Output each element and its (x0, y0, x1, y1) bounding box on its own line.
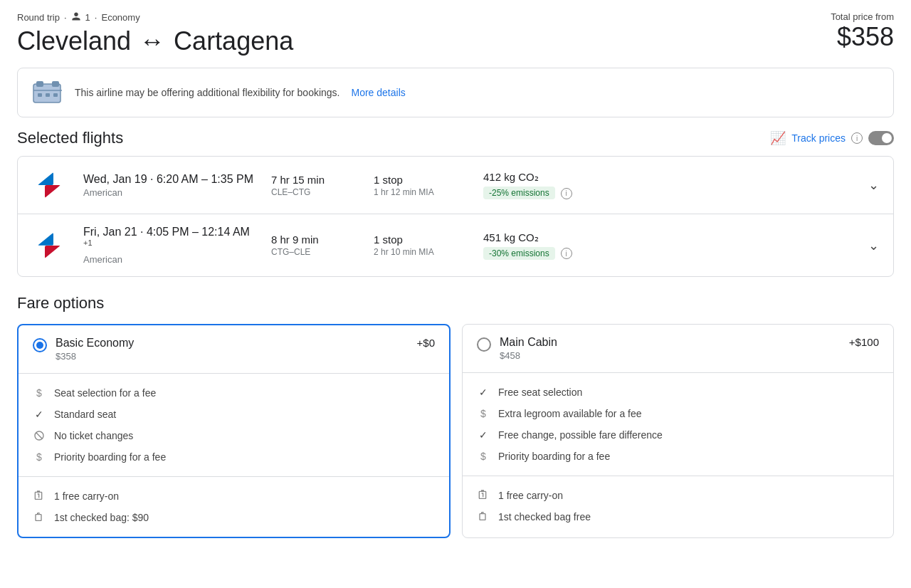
fare-addon: +$0 (417, 337, 435, 349)
flights-list: Wed, Jan 19 · 6:20 AM – 1:35 PM American… (17, 156, 894, 277)
dollar-icon: $ (33, 451, 46, 463)
dollar-icon: $ (33, 387, 46, 399)
track-prices-label[interactable]: Track prices (791, 132, 846, 144)
header-left: Round trip · 1 · Economy Cleveland ↔ Car… (17, 11, 293, 56)
fare-bags: 1 free carry-on 1st checked bag free (463, 476, 893, 536)
flight-row: Fri, Jan 21 · 4:05 PM – 12:14 AM +1 Amer… (18, 214, 893, 276)
duration-time: 8 hr 9 min (271, 233, 357, 246)
fare-feature: ✓ Standard seat (33, 404, 435, 425)
trend-icon: 📈 (770, 130, 786, 146)
bag-item: 1st checked bag: $90 (33, 507, 435, 528)
check-icon: ✓ (33, 408, 46, 421)
bag-text: 1 free carry-on (498, 490, 563, 501)
fare-card-header: Basic Economy $358 +$0 (19, 325, 449, 374)
stops-detail: 2 hr 10 min MIA (374, 247, 466, 257)
cabin-class: Economy (101, 12, 139, 23)
fare-name: Basic Economy (56, 337, 134, 350)
fare-addon: +$100 (849, 336, 879, 348)
track-prices-info-icon[interactable]: i (851, 132, 863, 144)
fare-feature: $ Priority boarding for a fee (33, 446, 435, 468)
emissions-label: 412 kg CO₂ (483, 171, 851, 184)
trip-type: Round trip (17, 12, 60, 23)
basic-economy-card[interactable]: Basic Economy $358 +$0 $ Seat selection … (17, 324, 451, 538)
flight-airline: American (83, 254, 254, 265)
trip-meta: Round trip · 1 · Economy (17, 11, 293, 23)
selected-flights-header: Selected flights 📈 Track prices i (17, 129, 894, 147)
airline-logo (32, 168, 66, 202)
bag-text: 1 free carry-on (54, 490, 119, 502)
fare-features: ✓ Free seat selection $ Extra legroom av… (463, 373, 893, 476)
flight-time: Fri, Jan 21 · 4:05 PM – 12:14 AM +1 (83, 226, 254, 253)
destination-city: Cartagena (174, 26, 293, 56)
fare-bags: 1 free carry-on 1st checked bag: $90 (19, 477, 449, 537)
check-icon: ✓ (477, 429, 490, 441)
emissions-badge: -30% emissions (483, 247, 555, 260)
fare-name: Main Cabin (500, 336, 557, 349)
flight-row: Wed, Jan 19 · 6:20 AM – 1:35 PM American… (18, 157, 893, 214)
main-cabin-card[interactable]: Main Cabin $458 +$100 ✓ Free seat select… (462, 324, 894, 538)
expand-flight-1-button[interactable]: ⌄ (868, 177, 879, 193)
fare-feature: No ticket changes (33, 425, 435, 446)
fare-feature: $ Seat selection for a fee (33, 382, 435, 404)
flexibility-link[interactable]: More details (352, 87, 406, 98)
trip-title: Cleveland ↔ Cartagena (17, 26, 293, 56)
person-icon (71, 11, 81, 23)
passenger-count: 1 (85, 12, 90, 23)
fare-price: $358 (56, 351, 134, 362)
header-right: Total price from $358 (831, 11, 894, 52)
svg-rect-5 (46, 93, 50, 97)
track-prices-group: 📈 Track prices i (770, 130, 894, 146)
time-suffix: +1 (83, 238, 93, 247)
feature-text: Seat selection for a fee (54, 387, 156, 399)
dollar-icon: $ (477, 407, 490, 420)
flexibility-icon (32, 80, 63, 105)
emissions-badge: -25% emissions (483, 187, 555, 199)
flight-info: Wed, Jan 19 · 6:20 AM – 1:35 PM American (83, 173, 254, 198)
flexibility-banner: This airline may be offering additional … (17, 68, 894, 117)
selected-flights-title: Selected flights (17, 129, 123, 147)
fare-features: $ Seat selection for a fee ✓ Standard se… (19, 374, 449, 477)
dollar-icon: $ (477, 450, 490, 463)
track-prices-toggle[interactable] (868, 131, 894, 145)
feature-text: Priority boarding for a fee (498, 451, 610, 462)
stops-label: 1 stop (374, 233, 466, 246)
feature-text: Free seat selection (498, 387, 582, 398)
feature-text: No ticket changes (54, 430, 133, 441)
main-cabin-radio[interactable] (477, 337, 491, 352)
fare-name-block: Basic Economy $358 (56, 337, 134, 362)
basic-economy-radio[interactable] (33, 338, 47, 352)
stops-label: 1 stop (374, 174, 466, 186)
airline-logo (32, 229, 66, 263)
carryon-icon (477, 489, 490, 502)
fare-feature: ✓ Free seat selection (477, 382, 879, 403)
flight-duration: 8 hr 9 min CTG–CLE (271, 233, 357, 257)
svg-rect-4 (38, 93, 42, 97)
total-price-value: $358 (831, 22, 894, 52)
origin-city: Cleveland (17, 26, 131, 56)
feature-text: Free change, possible fare difference (498, 429, 663, 441)
fare-feature: $ Priority boarding for a fee (477, 446, 879, 467)
total-price-label: Total price from (831, 11, 894, 22)
flight-duration: 7 hr 15 min CLE–CTG (271, 174, 357, 197)
fare-feature: ✓ Free change, possible fare difference (477, 424, 879, 446)
fare-options-title: Fare options (17, 294, 894, 313)
svg-rect-2 (52, 81, 59, 87)
bag-text: 1st checked bag: $90 (54, 512, 149, 523)
no-icon (33, 429, 46, 442)
expand-flight-2-button[interactable]: ⌄ (868, 238, 879, 253)
check-icon: ✓ (477, 386, 490, 399)
svg-rect-6 (53, 93, 58, 97)
bag-item: 1st checked bag free (477, 506, 879, 527)
fare-price: $458 (500, 350, 557, 361)
emissions-info-icon[interactable]: i (561, 188, 572, 199)
checked-bag-icon (33, 511, 46, 524)
bag-item: 1 free carry-on (33, 485, 435, 507)
flight-time: Wed, Jan 19 · 6:20 AM – 1:35 PM (83, 173, 254, 186)
selected-flights-section: Selected flights 📈 Track prices i Wed, J… (0, 129, 911, 277)
flight-info: Fri, Jan 21 · 4:05 PM – 12:14 AM +1 Amer… (83, 226, 254, 265)
flight-airline: American (83, 187, 254, 198)
flight-stops: 1 stop 2 hr 10 min MIA (374, 233, 466, 257)
fare-cards: Basic Economy $358 +$0 $ Seat selection … (17, 324, 894, 538)
flight-emissions: 451 kg CO₂ -30% emissions i (483, 231, 851, 260)
emissions-info-icon[interactable]: i (561, 248, 572, 259)
